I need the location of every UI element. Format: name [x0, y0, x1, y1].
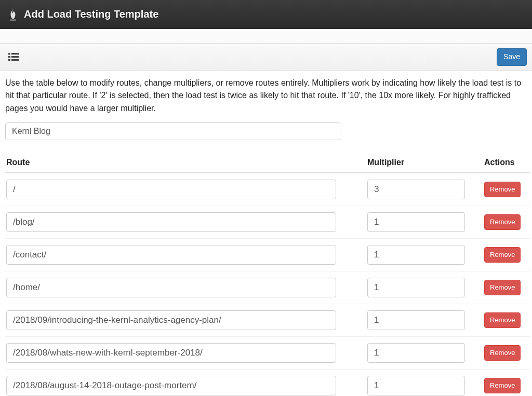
- sub-navbar-gap: [0, 29, 532, 44]
- svg-rect-1: [8, 53, 10, 54]
- remove-button[interactable]: Remove: [484, 214, 521, 230]
- svg-rect-6: [11, 59, 19, 61]
- remove-button[interactable]: Remove: [484, 182, 521, 197]
- route-input[interactable]: [6, 343, 336, 363]
- remove-button[interactable]: Remove: [484, 312, 521, 328]
- table-row: Remove: [5, 271, 530, 304]
- table-header-actions: Actions: [483, 153, 530, 173]
- multiplier-input[interactable]: [367, 310, 465, 330]
- multiplier-input[interactable]: [367, 343, 465, 363]
- help-text: Use the table below to modify routes, ch…: [5, 77, 527, 115]
- route-input[interactable]: [6, 245, 336, 265]
- route-input[interactable]: [6, 180, 336, 199]
- route-input[interactable]: [6, 278, 336, 297]
- save-button[interactable]: Save: [497, 48, 527, 66]
- multiplier-input[interactable]: [367, 376, 465, 395]
- svg-rect-5: [8, 59, 10, 61]
- remove-button[interactable]: Remove: [484, 345, 521, 361]
- remove-button[interactable]: Remove: [484, 378, 521, 393]
- svg-rect-4: [11, 56, 19, 58]
- list-view-icon[interactable]: [5, 51, 22, 63]
- svg-rect-2: [11, 53, 19, 54]
- navbar-brand: Add Load Testing Template: [8, 8, 158, 21]
- template-name-input[interactable]: [5, 122, 340, 140]
- route-input[interactable]: [6, 310, 336, 330]
- toolbar: Save: [0, 44, 532, 71]
- page-title: Add Load Testing Template: [24, 8, 158, 20]
- multiplier-input[interactable]: [367, 245, 465, 265]
- svg-rect-0: [10, 19, 16, 20]
- table-header-route: Route: [5, 153, 366, 173]
- routes-table: Route Multiplier Actions RemoveRemoveRem…: [5, 153, 530, 396]
- multiplier-input[interactable]: [367, 278, 465, 297]
- table-row: Remove: [5, 206, 530, 238]
- content-area: Use the table below to modify routes, ch…: [0, 71, 532, 396]
- navbar: Add Load Testing Template: [0, 0, 532, 29]
- multiplier-input[interactable]: [367, 212, 465, 232]
- table-row: Remove: [5, 238, 530, 271]
- remove-button[interactable]: Remove: [484, 280, 521, 295]
- remove-button[interactable]: Remove: [484, 247, 521, 263]
- table-header-multiplier: Multiplier: [366, 153, 483, 173]
- route-input[interactable]: [6, 376, 336, 395]
- table-row: Remove: [5, 369, 530, 396]
- multiplier-input[interactable]: [367, 180, 465, 199]
- route-input[interactable]: [6, 212, 336, 232]
- table-row: Remove: [5, 304, 530, 336]
- flame-icon: [8, 8, 18, 21]
- table-row: Remove: [5, 173, 530, 206]
- svg-rect-3: [8, 56, 10, 58]
- table-row: Remove: [5, 336, 530, 369]
